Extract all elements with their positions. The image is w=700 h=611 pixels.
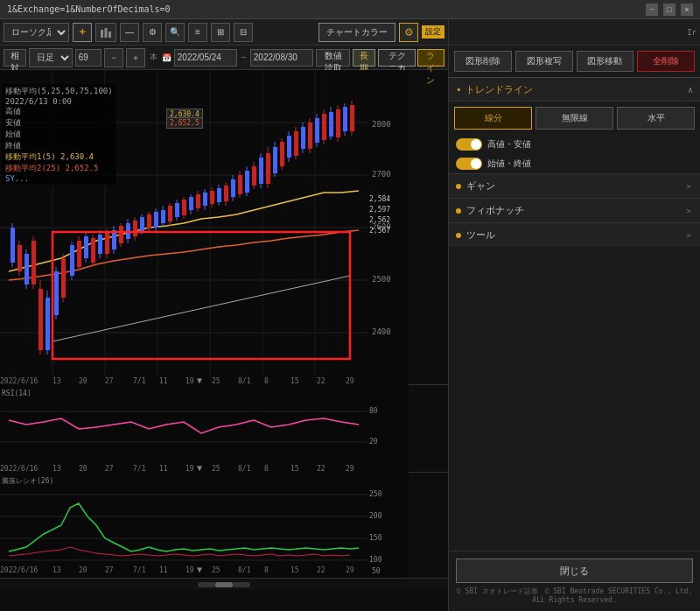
add-indicator-button[interactable]: ＋ [73,23,92,42]
window-controls: － □ × [646,4,693,16]
line-tab-button[interactable]: ライン [417,49,444,67]
relative-button[interactable]: 相対 [4,49,26,67]
trendline-section-header[interactable]: • トレンドライン ∧ [449,77,700,102]
tools-chevron: ＞ [684,229,693,242]
gann-chevron: ＞ [684,180,693,193]
fig-delete-all-button[interactable]: 全削除 [637,51,695,72]
main-chart[interactable]: 2800 2700 2600 2500 2400 2,584 2,597 2,5… [0,70,448,385]
minimize-button[interactable]: － [646,4,658,16]
scrollbar-thumb[interactable] [215,582,233,587]
svg-text:▼: ▼ [197,376,202,385]
svg-text:20: 20 [369,438,378,446]
copyright-text: © SBI ネオトレード証券 © SBI Neotrade SECURITIES… [456,586,693,604]
chart-color-button[interactable]: チャートカラー [318,23,396,42]
svg-text:2022/6/16: 2022/6/16 [0,377,38,385]
svg-text:2700: 2700 [372,170,391,179]
period-select[interactable]: 日足 [29,48,73,67]
svg-text:7/1: 7/1 [133,465,146,473]
scrollbar-track[interactable] [198,582,250,587]
fibonacci-label: フィボナッチ [466,204,524,217]
footer: 閉じる © SBI ネオトレード証券 © SBI Neotrade SECURI… [449,551,700,611]
line-chart-button[interactable]: — [120,23,139,42]
main-container: ローソク足 ＋ — ⚙ 🔍 ≡ ⊞ ⊟ トレンドライン チャートカラー ⚙ 設定 [0,19,700,611]
fig-move-button[interactable]: 図形移動 [577,51,634,72]
technical-tab-button[interactable]: テクニカル [378,49,416,67]
open-close-toggle[interactable] [456,158,482,170]
svg-text:2,597: 2,597 [369,206,390,214]
svg-text:15: 15 [290,377,299,385]
svg-text:7/1: 7/1 [133,377,146,385]
settings-chart-button[interactable]: ⚙ [143,23,162,42]
svg-text:25: 25 [212,377,220,385]
svg-text:13: 13 [52,566,61,574]
svg-rect-2 [108,32,111,38]
period-plus-button[interactable]: ＋ [126,48,145,67]
toggle-knob1 [471,139,481,150]
svg-text:29: 29 [346,465,354,473]
grid-button[interactable]: ⊟ [234,23,253,42]
svg-text:150: 150 [369,534,382,542]
long-period-button[interactable]: 長期 [353,49,375,67]
tools-label: ツール [466,228,495,242]
maximize-button[interactable]: □ [663,4,676,16]
svg-text:25: 25 [212,566,220,574]
fig-copy-button[interactable]: 図形複写 [515,51,573,72]
fig-delete-button[interactable]: 図形削除 [454,51,512,72]
chart-type-select[interactable]: ローソク足 [4,23,69,42]
close-button[interactable]: 閉じる [456,558,693,583]
toolbar2: 相対 日足 － ＋ 本 📅 ～ 数値読取 長期 テクニカル ライン [0,46,448,70]
toolbar1: ローソク足 ＋ — ⚙ 🔍 ≡ ⊞ ⊟ トレンドライン チャートカラー ⚙ 設定 [0,19,448,46]
close-window-button[interactable]: × [681,4,693,16]
svg-text:8/1: 8/1 [238,566,251,574]
infinite-line-button[interactable]: 無限線 [536,107,613,130]
align-button[interactable]: ≡ [188,23,207,42]
sub-chart1: 80 20 RSI(14) ▼ 2022/6/16 13 20 27 7/1 1… [0,385,448,473]
scrollbar-area [0,578,448,590]
svg-text:13: 13 [52,465,61,473]
svg-text:19: 19 [186,377,194,385]
horizontal-button[interactable]: 水平 [617,107,695,130]
date-start-input[interactable] [174,49,237,67]
ir-label: Ir [687,28,696,37]
fibonacci-section-header[interactable]: フィボナッチ ＞ [449,198,700,222]
svg-text:25: 25 [212,465,220,473]
gann-dot [456,184,461,189]
svg-text:2400: 2400 [372,327,391,336]
svg-text:2,584: 2,584 [369,195,390,203]
svg-text:27: 27 [105,566,114,574]
date-end-input[interactable] [250,49,313,67]
chart-area: ローソク足 ＋ — ⚙ 🔍 ≡ ⊞ ⊟ トレンドライン チャートカラー ⚙ 設定 [0,19,448,611]
svg-text:22: 22 [317,377,326,385]
date-separator: 本 [148,52,159,63]
volratio-chart-svg: 250 200 150 100 50 騰落レシオ(26) ▼ 2022/6/16… [0,473,409,578]
svg-text:7/1: 7/1 [133,566,146,574]
settings-gear-button[interactable]: ⚙ [399,23,418,42]
period-input[interactable] [75,49,102,67]
high-low-toggle[interactable] [456,138,482,151]
segment-button[interactable]: 線分 [454,107,532,130]
zoom-button[interactable]: 🔍 [165,23,185,42]
svg-text:11: 11 [159,377,168,385]
svg-text:27: 27 [105,377,114,385]
svg-text:8: 8 [264,377,269,385]
svg-text:20: 20 [79,377,88,385]
settings-label: 設定 [422,25,444,39]
chart-canvas: 2800 2700 2600 2500 2400 2,584 2,597 2,5… [0,70,448,611]
trendline-dot: • [456,84,462,95]
data-fetch-button[interactable]: 数値読取 [316,49,351,67]
fibonacci-dot [456,208,461,214]
svg-text:19: 19 [186,465,194,473]
compare-button[interactable]: ⊞ [211,23,230,42]
period-minus-button[interactable]: － [104,48,123,67]
calendar-icon: 📅 [162,53,172,62]
right-panel: Ir 図形削除 図形複写 図形移動 全削除 • トレンドライン ∧ 線分 無限線… [448,19,700,611]
svg-text:100: 100 [369,556,382,564]
svg-rect-1 [105,28,108,38]
gann-section-header[interactable]: ギャン ＞ [449,173,700,198]
tools-section-header[interactable]: ツール ＞ [449,222,700,247]
svg-text:20: 20 [79,465,88,473]
toggle-row1: 高値・安値 [449,135,700,154]
bar-chart-button[interactable] [95,23,116,42]
open-close-label: 始値・終値 [487,158,531,170]
svg-rect-0 [101,30,103,38]
